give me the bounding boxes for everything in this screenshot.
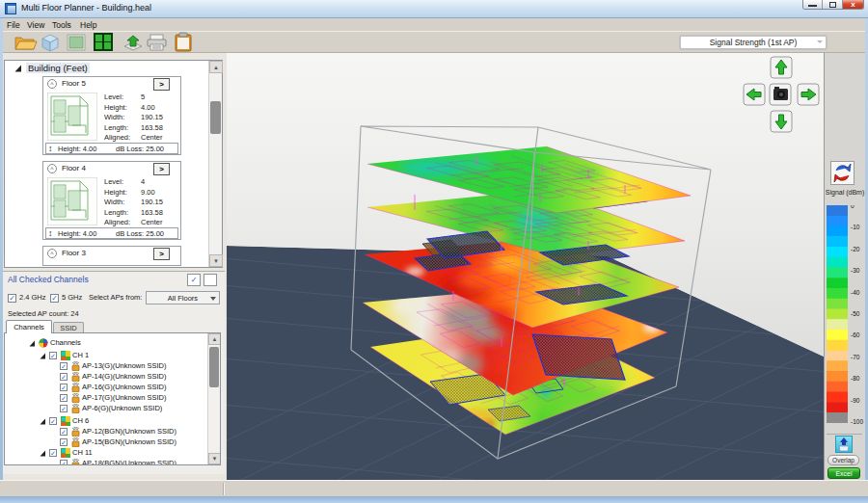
svg-text:-100: -100 (851, 418, 863, 425)
svg-text:-60: -60 (851, 331, 860, 338)
svg-text:-40: -40 (851, 289, 860, 296)
svg-text:-10: -10 (851, 224, 860, 230)
svg-text:-50: -50 (851, 310, 860, 317)
svg-text:-30: -30 (851, 267, 860, 274)
svg-text:-70: -70 (851, 354, 860, 360)
svg-text:0: 0 (851, 205, 854, 209)
svg-text:-90: -90 (851, 397, 860, 404)
svg-text:-80: -80 (851, 375, 860, 382)
svg-text:-20: -20 (851, 246, 860, 252)
